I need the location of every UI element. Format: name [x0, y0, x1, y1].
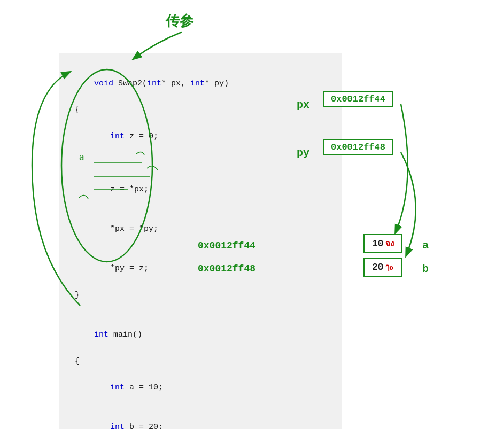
keyword-int2: int — [190, 79, 205, 88]
code-line-2: { — [75, 104, 326, 117]
b-label: b — [422, 263, 429, 275]
code-line-main: int main() — [75, 315, 326, 355]
keyword-int1: int — [147, 79, 161, 88]
b-val-box: 20 ๅo — [363, 258, 402, 277]
a-label: a — [422, 239, 429, 252]
chuancan-label: 传参 — [166, 12, 193, 30]
code-line-intb: int b = 20; — [91, 408, 326, 430]
a-annot: จง — [384, 239, 394, 248]
code-line-blank1 — [75, 157, 326, 170]
a-value: 10 — [372, 238, 384, 249]
param-py: * py) — [205, 79, 229, 88]
a-addr-mid: 0x0012ff44 — [198, 240, 255, 251]
py-addr-box: 0x0012ff48 — [323, 139, 393, 155]
code-line-blank2 — [75, 302, 326, 316]
param-px: * px, — [161, 79, 190, 88]
a-val-box: 10 จง — [363, 234, 402, 253]
code-line-3: int z = 0; — [91, 117, 326, 157]
code-line-zpx: z = *px; — [91, 170, 326, 209]
func-swap2: Swap2( — [118, 79, 147, 88]
px-label: px — [297, 99, 309, 111]
b-value: 20 — [372, 262, 384, 272]
keyword-void: void — [94, 79, 113, 88]
b-annot: ๅo — [384, 263, 393, 271]
code-line-inta: int a = 10; — [91, 368, 326, 408]
b-addr-mid: 0x0012ff48 — [198, 263, 255, 274]
code-line-cbrace1: } — [75, 289, 326, 302]
py-label: py — [297, 147, 309, 159]
px-addr-box: 0x0012ff44 — [323, 91, 393, 107]
code-line-1: void Swap2(int* px, int* py) — [75, 64, 326, 104]
code-line-obrace2: { — [75, 355, 326, 369]
